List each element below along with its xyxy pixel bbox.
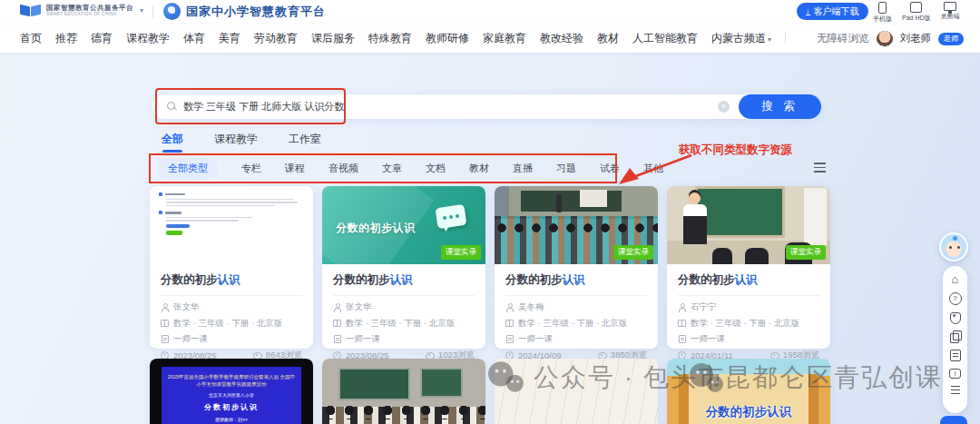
card-source: 一师一课 (518, 333, 553, 345)
resource-card[interactable] (495, 359, 658, 424)
nav-item-art[interactable]: 美育 (219, 31, 240, 46)
filter-column[interactable]: 专栏 (241, 162, 261, 175)
shield-icon[interactable] (950, 312, 961, 324)
nav-item-special-education[interactable]: 特殊教育 (368, 31, 412, 46)
resource-card[interactable]: 分数的初步认识 课堂实录 分数的初步认识 张文华 数学 · 三年级 · 下册 ·… (322, 186, 485, 349)
slide-text: 北京市大兴区第八小学 (167, 392, 296, 398)
nav-item-ai-education[interactable]: 人工智能教育 (632, 31, 698, 46)
resource-card[interactable]: 2015年首届全国小学数学教学观摩研讨会暨第八届 全国中小学互动课堂教学实践观摩… (150, 359, 313, 424)
filter-audio-video[interactable]: 音视频 (328, 162, 358, 175)
list-view-icon[interactable] (814, 163, 826, 173)
divider (152, 5, 153, 19)
nav-item-textbooks[interactable]: 教材 (597, 31, 619, 46)
site-logo[interactable]: 国家中小学智慧教育平台 (163, 3, 326, 20)
filter-live[interactable]: 直播 (513, 162, 533, 175)
feedback-icon[interactable]: ! (949, 369, 961, 379)
card-source: 一师一课 (346, 333, 380, 345)
nav-item-recommend[interactable]: 推荐 (55, 31, 77, 46)
resource-card[interactable] (322, 359, 485, 424)
card-title-main: 分数的初步 (505, 273, 563, 286)
search-button[interactable]: 搜 索 (739, 94, 821, 119)
course-icon (678, 320, 686, 328)
pad-version-link[interactable]: Pad HD版 (902, 2, 931, 24)
nav-item-after-school[interactable]: 课后服务 (311, 31, 355, 46)
card-meta: 张文华 数学 · 三年级 · 下册 · 北京版 一师一课 2023/08/25 … (161, 301, 302, 361)
client-download-button[interactable]: ↓ 客户端下载 (797, 3, 868, 20)
desktop-version-link[interactable]: 桌面端 (941, 2, 960, 24)
mobile-version-label: 手机版 (873, 15, 892, 24)
floating-action-button[interactable] (940, 416, 967, 424)
card-thumbnail-paper (495, 359, 658, 424)
chevron-down-icon[interactable]: ▾ (140, 6, 143, 15)
floating-toolbar: ⌂ ? ! (943, 266, 967, 413)
card-thumbnail-document (150, 186, 313, 264)
tab-all[interactable]: 全部 (162, 132, 183, 153)
home-icon[interactable]: ⌂ (949, 273, 962, 286)
filter-document[interactable]: 文档 (426, 162, 446, 175)
document-icon[interactable] (950, 350, 961, 361)
card-title: 分数的初步认识 (333, 272, 475, 288)
nav-item-family-education[interactable]: 家庭教育 (483, 31, 526, 46)
resource-card[interactable]: 分数的初步认识 (667, 359, 830, 424)
mobile-version-link[interactable]: 手机版 (873, 2, 892, 24)
card-title-main: 分数的初步 (161, 273, 218, 286)
tablet-icon (910, 2, 922, 13)
nav-item-reform-experience[interactable]: 教改经验 (540, 31, 583, 46)
accessibility-link[interactable]: 无障碍浏览 (817, 32, 869, 45)
menu-icon[interactable] (951, 386, 960, 394)
filter-exercise[interactable]: 习题 (556, 162, 576, 175)
filter-course[interactable]: 课程 (285, 162, 305, 175)
nav-item-home[interactable]: 首页 (20, 31, 42, 46)
card-title: 分数的初步认识 (505, 272, 647, 288)
card-author: 石宁宁 (691, 301, 717, 313)
main-nav: 首页 推荐 德育 课程教学 体育 美育 劳动教育 课后服务 特殊教育 教师研修 … (0, 25, 980, 53)
nav-item-neimenggu-channel[interactable]: 内蒙古频道▾ (711, 31, 771, 46)
card-source: 一师一课 (691, 333, 725, 345)
author-icon (161, 303, 169, 311)
filter-article[interactable]: 文章 (382, 162, 402, 175)
card-thumbnail-video: 分数的初步认识 课堂实录 (322, 186, 485, 264)
nav-item-pe[interactable]: 体育 (183, 31, 205, 46)
national-platform-logo[interactable]: 国家智慧教育公共服务平台 SMART EDUCATION OF CHINA ▾ (20, 3, 143, 18)
platform-subtitle: SMART EDUCATION OF CHINA (46, 12, 133, 16)
nav-item-course-teaching[interactable]: 课程教学 (126, 31, 170, 46)
search-input[interactable]: 数学 三年级 下册 北师大版 认识分数 (183, 100, 718, 113)
tab-course-teaching[interactable]: 课程教学 (214, 132, 258, 153)
card-course: 数学 · 三年级 · 下册 · 北京版 (518, 318, 627, 330)
card-thumbnail-classroom-photo: 课堂实录 (495, 186, 658, 264)
nav-item-moral-education[interactable]: 德育 (91, 31, 113, 46)
resource-card[interactable]: 分数的初步认识 张文华 数学 · 三年级 · 下册 · 北京版 一师一课 202… (150, 186, 313, 349)
user-name[interactable]: 刘老师 (900, 32, 932, 45)
card-title: 分数的初步认识 (678, 272, 819, 288)
book-logo-icon (20, 3, 42, 18)
divider (505, 295, 647, 296)
divider (785, 33, 786, 44)
card-author: 张文华 (346, 301, 372, 313)
help-icon[interactable]: ? (949, 292, 962, 305)
clear-search-icon[interactable]: × (718, 101, 730, 113)
resource-card[interactable]: 课堂实录 分数的初步认识 石宁宁 数学 · 三年级 · 下册 · 北京版 一师一… (667, 186, 830, 349)
nav-item-labor-education[interactable]: 劳动教育 (254, 31, 298, 46)
resource-card[interactable]: 课堂实录 分数的初步认识 吴冬梅 数学 · 三年级 · 下册 · 北京版 一师一… (495, 186, 658, 349)
divider (678, 295, 819, 296)
filter-textbook[interactable]: 教材 (469, 162, 489, 175)
source-icon (333, 335, 341, 343)
card-title-main: 分数的初步 (333, 273, 390, 286)
card-author: 张文华 (173, 301, 200, 313)
filter-all-types[interactable]: 全部类型 (158, 158, 218, 179)
nav-item-teacher-training[interactable]: 教师研修 (426, 31, 469, 46)
course-icon (161, 320, 169, 328)
card-title-highlight: 认识 (218, 273, 240, 286)
card-source: 一师一课 (173, 333, 208, 345)
annotation-arrow (615, 152, 697, 190)
card-title-highlight: 认识 (735, 273, 758, 286)
assistant-mascot[interactable] (939, 232, 968, 261)
card-thumbnail-slide: 2015年首届全国小学数学教学观摩研讨会暨第八届 全国中小学互动课堂教学实践观摩… (150, 359, 313, 424)
card-thumbnail-cartoon: 分数的初步认识 (667, 359, 830, 424)
tab-studio[interactable]: 工作室 (289, 132, 321, 153)
card-title-main: 分数的初步 (678, 273, 735, 286)
chevron-down-icon: ▾ (768, 35, 771, 44)
user-avatar[interactable] (877, 31, 893, 47)
result-tabs: 全部 课程教学 工作室 (162, 132, 321, 153)
copy-icon[interactable] (949, 330, 962, 343)
